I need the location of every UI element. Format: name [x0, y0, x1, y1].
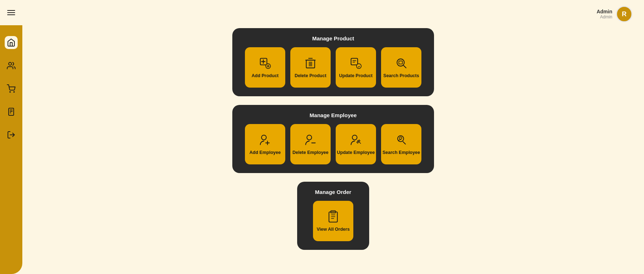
sidebar-item-cart[interactable] — [5, 82, 18, 95]
sidebar-item-home[interactable] — [5, 36, 18, 49]
manage-product-title: Manage Product — [242, 35, 424, 41]
view-all-orders-icon — [326, 209, 340, 224]
header: Admin Admin R — [22, 0, 644, 28]
manage-employee-title: Manage Employee — [242, 112, 424, 118]
svg-point-17 — [352, 135, 357, 140]
svg-rect-20 — [329, 212, 337, 222]
manage-product-section: Manage Product Add Product — [232, 28, 434, 96]
delete-employee-icon — [303, 133, 318, 147]
manage-product-grid: Add Product Delete Product — [242, 47, 424, 88]
svg-point-13 — [397, 59, 404, 66]
manage-order-grid: View All Orders — [307, 201, 359, 241]
search-employee-icon — [394, 133, 408, 147]
svg-point-19 — [399, 137, 402, 140]
svg-point-12 — [357, 64, 361, 68]
update-product-button[interactable]: Update Product — [336, 47, 376, 88]
manage-order-title: Manage Order — [307, 189, 359, 195]
user-area: Admin Admin R — [596, 6, 632, 22]
svg-point-16 — [307, 135, 312, 140]
user-info: Admin Admin — [596, 9, 612, 19]
add-employee-icon — [258, 133, 272, 147]
view-all-orders-button[interactable]: View All Orders — [313, 201, 353, 241]
search-products-icon — [394, 56, 408, 70]
search-employee-button[interactable]: Search Employee — [381, 124, 421, 164]
update-employee-label: Update Employee — [337, 150, 375, 155]
sidebar-nav — [5, 36, 18, 141]
update-employee-icon — [349, 133, 363, 147]
dashboard: Manage Product Add Product — [22, 0, 644, 274]
add-product-label: Add Product — [252, 73, 279, 79]
update-product-icon — [349, 56, 363, 70]
svg-point-1 — [10, 92, 10, 92]
add-employee-button[interactable]: Add Employee — [245, 124, 285, 164]
search-products-label: Search Products — [383, 73, 419, 79]
search-products-button[interactable]: Search Products — [381, 47, 421, 88]
svg-point-15 — [261, 135, 266, 140]
manage-employee-section: Manage Employee Add Employee — [232, 105, 434, 173]
avatar[interactable]: R — [616, 6, 632, 22]
hamburger-menu[interactable] — [7, 10, 15, 15]
view-all-orders-label: View All Orders — [317, 227, 350, 232]
svg-rect-14 — [399, 61, 402, 64]
delete-product-icon — [303, 56, 318, 70]
sidebar-item-logout[interactable] — [5, 128, 18, 141]
update-product-label: Update Product — [339, 73, 372, 79]
add-employee-label: Add Employee — [250, 150, 281, 155]
sidebar-item-orders[interactable] — [5, 105, 18, 118]
sidebar-item-users[interactable] — [5, 59, 18, 72]
svg-rect-11 — [351, 58, 358, 65]
add-product-icon — [258, 56, 272, 70]
delete-product-button[interactable]: Delete Product — [290, 47, 331, 88]
search-employee-label: Search Employee — [383, 150, 420, 155]
sidebar — [0, 0, 22, 274]
user-name: Admin — [596, 9, 612, 14]
delete-product-label: Delete Product — [295, 73, 326, 79]
svg-point-0 — [9, 62, 12, 65]
svg-point-2 — [14, 92, 14, 92]
delete-employee-label: Delete Employee — [292, 150, 328, 155]
update-employee-button[interactable]: Update Employee — [336, 124, 376, 164]
main-content: Admin Admin R Manage Product Add Prod — [22, 0, 644, 274]
delete-employee-button[interactable]: Delete Employee — [290, 124, 331, 164]
manage-employee-grid: Add Employee Delete Employee — [242, 124, 424, 164]
user-role: Admin — [596, 14, 612, 19]
manage-order-section: Manage Order View All Orders — [297, 182, 369, 250]
add-product-button[interactable]: Add Product — [245, 47, 285, 88]
